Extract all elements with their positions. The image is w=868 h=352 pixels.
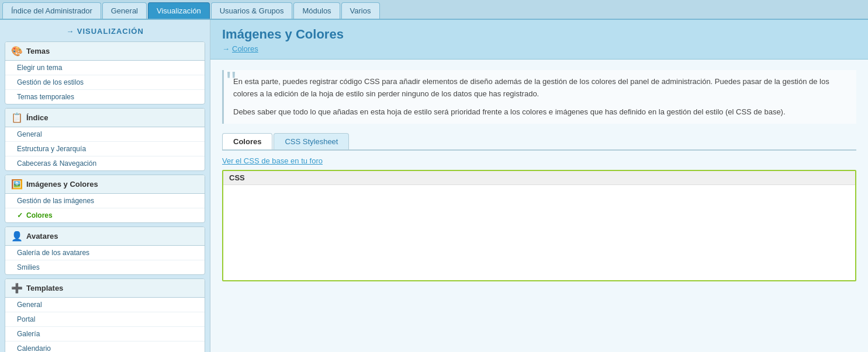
description-line2: Debes saber que todo lo que añadas en es…: [233, 106, 847, 119]
css-box: CSS: [222, 170, 856, 281]
sidebar-arrow: →: [66, 27, 74, 36]
tab-varios[interactable]: Varios: [341, 2, 380, 19]
sidebar-item-general[interactable]: General: [5, 127, 205, 142]
main-layout: → VISUALIZACIÓN 🎨 Temas Elegir un tema G…: [0, 20, 868, 352]
imagenes-label: Imágenes y Colores: [26, 180, 98, 189]
sidebar-item-galeria[interactable]: Galería: [5, 327, 205, 341]
sidebar-item-smilies[interactable]: Smilies: [5, 260, 205, 274]
avatares-icon: 👤: [11, 231, 23, 242]
sidebar-section-avatares: 👤 Avatares Galería de los avatares Smili…: [5, 226, 205, 275]
sidebar-header: → VISUALIZACIÓN: [0, 23, 210, 38]
content-body: En esta parte, puedes registrar código C…: [210, 60, 868, 292]
tab-admin-index[interactable]: Índice del Administrador: [2, 2, 101, 19]
sidebar-title: VISUALIZACIÓN: [77, 27, 144, 36]
tab-general[interactable]: General: [102, 2, 147, 19]
sidebar-section-title-avatares[interactable]: 👤 Avatares: [5, 227, 205, 246]
sidebar-section-title-indice[interactable]: 📋 Índice: [5, 109, 205, 127]
breadcrumb: → Colores: [222, 44, 856, 53]
sidebar-section-title-temas[interactable]: 🎨 Temas: [5, 42, 205, 61]
css-base-link[interactable]: Ver el CSS de base en tu foro: [222, 156, 856, 165]
sidebar-item-temas-temporales[interactable]: Temas temporales: [5, 90, 205, 104]
sidebar-item-colores[interactable]: Colores: [5, 208, 205, 222]
sidebar-item-elegir-tema[interactable]: Elegir un tema: [5, 61, 205, 75]
templates-icon: ➕: [11, 283, 23, 294]
breadcrumb-arrow: →: [222, 44, 230, 53]
imagenes-icon: 🖼️: [11, 179, 23, 190]
description-box: En esta parte, puedes registrar código C…: [222, 70, 856, 124]
tab-visualizacion[interactable]: Visualización: [148, 2, 210, 19]
sidebar-item-gestion-imagenes[interactable]: Gestión de las imágenes: [5, 194, 205, 208]
sidebar-section-temas: 🎨 Temas Elegir un tema Gestión de los es…: [5, 41, 205, 104]
content-tabs: Colores CSS Stylesheet: [222, 133, 856, 151]
tab-usuarios-grupos[interactable]: Usuarios & Grupos: [211, 2, 293, 19]
sidebar-section-templates: ➕ Templates General Portal Galería Calen…: [5, 278, 205, 352]
css-code-editor[interactable]: [223, 185, 855, 278]
description-line1: En esta parte, puedes registrar código C…: [233, 76, 847, 100]
tab-colores[interactable]: Colores: [222, 133, 272, 149]
content-title: Imágenes y Colores: [222, 27, 856, 42]
indice-icon: 📋: [11, 112, 23, 123]
sidebar-section-imagenes: 🖼️ Imágenes y Colores Gestión de las imá…: [5, 175, 205, 223]
tab-modulos[interactable]: Módulos: [293, 2, 340, 19]
templates-label: Templates: [26, 284, 63, 292]
content-header: Imágenes y Colores → Colores: [210, 20, 868, 60]
sidebar-section-title-imagenes[interactable]: 🖼️ Imágenes y Colores: [5, 175, 205, 194]
temas-icon: 🎨: [11, 46, 23, 57]
sidebar: → VISUALIZACIÓN 🎨 Temas Elegir un tema G…: [0, 20, 210, 352]
tab-css-stylesheet[interactable]: CSS Stylesheet: [274, 133, 349, 149]
breadcrumb-item[interactable]: Colores: [232, 44, 258, 53]
sidebar-item-estructura[interactable]: Estructura y Jerarquía: [5, 142, 205, 156]
sidebar-item-cabeceras[interactable]: Cabeceras & Navegación: [5, 156, 205, 170]
sidebar-section-title-templates[interactable]: ➕ Templates: [5, 279, 205, 298]
content-area: Imágenes y Colores → Colores En esta par…: [210, 20, 868, 352]
top-navigation: Índice del Administrador General Visuali…: [0, 0, 868, 20]
sidebar-item-galeria-avatares[interactable]: Galería de los avatares: [5, 246, 205, 260]
temas-label: Temas: [26, 47, 50, 55]
sidebar-item-gestion-estilos[interactable]: Gestión de los estilos: [5, 75, 205, 90]
css-label: CSS: [223, 171, 855, 185]
indice-label: Índice: [26, 113, 49, 122]
sidebar-item-templates-general[interactable]: General: [5, 298, 205, 312]
sidebar-item-portal[interactable]: Portal: [5, 312, 205, 327]
sidebar-section-indice: 📋 Índice General Estructura y Jerarquía …: [5, 108, 205, 171]
avatares-label: Avatares: [26, 232, 58, 241]
sidebar-item-calendario[interactable]: Calendario: [5, 341, 205, 352]
css-section: Ver el CSS de base en tu foro CSS: [222, 156, 856, 281]
